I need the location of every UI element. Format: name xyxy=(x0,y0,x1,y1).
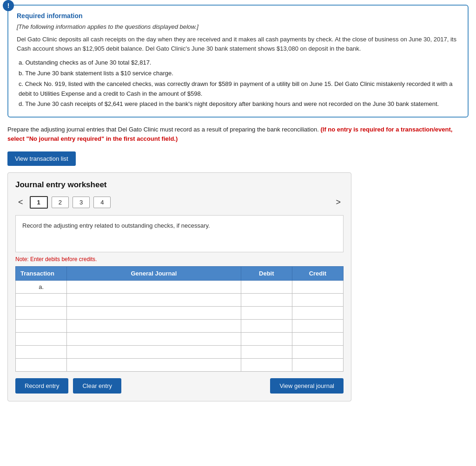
debit-input-1[interactable] xyxy=(241,281,292,293)
info-list: a. Outstanding checks as of June 30 tota… xyxy=(17,58,459,109)
credit-cell[interactable] xyxy=(292,320,343,333)
tabs-row: < 1 2 3 4 > xyxy=(15,196,344,209)
credit-input-1[interactable] xyxy=(292,281,343,293)
credit-cell[interactable] xyxy=(292,294,343,307)
general-journal-cell[interactable] xyxy=(67,281,241,294)
alert-icon: ! xyxy=(3,0,14,11)
info-body: Del Gato Clinic deposits all cash receip… xyxy=(17,35,459,53)
journal-table: Transaction General Journal Debit Credit… xyxy=(15,266,344,372)
credit-input-3[interactable] xyxy=(292,307,343,319)
info-title: Required information xyxy=(17,12,459,20)
credit-cell[interactable] xyxy=(292,281,343,294)
debit-input-3[interactable] xyxy=(241,307,292,319)
view-general-journal-button[interactable]: View general journal xyxy=(270,378,344,394)
general-journal-cell[interactable] xyxy=(67,307,241,320)
debit-input-4[interactable] xyxy=(241,320,292,332)
record-entry-button[interactable]: Record entry xyxy=(15,378,68,394)
next-tab-button[interactable]: > xyxy=(333,197,344,208)
info-subtitle: [The following information applies to th… xyxy=(17,23,459,30)
col-header-debit: Debit xyxy=(241,267,292,281)
debit-input-2[interactable] xyxy=(241,294,292,306)
debit-input-6[interactable] xyxy=(241,346,292,358)
col-header-general-journal: General Journal xyxy=(67,267,241,281)
debit-input-7[interactable] xyxy=(241,359,292,371)
list-item: c. Check No. 919, listed with the cancel… xyxy=(19,79,459,99)
worksheet-container: Journal entry worksheet < 1 2 3 4 > Reco… xyxy=(7,172,351,401)
entry-description: Record the adjusting entry related to ou… xyxy=(15,215,344,252)
tab-4[interactable]: 4 xyxy=(93,197,111,208)
table-row xyxy=(16,346,344,359)
transaction-label-a: a. xyxy=(16,281,67,294)
credit-input-2[interactable] xyxy=(292,294,343,306)
worksheet-title: Journal entry worksheet xyxy=(15,180,344,190)
tab-2[interactable]: 2 xyxy=(52,197,69,208)
general-journal-input-6[interactable] xyxy=(67,346,241,358)
list-item: d. The June 30 cash receipts of $2,641 w… xyxy=(19,99,459,109)
credit-input-4[interactable] xyxy=(292,320,343,332)
general-journal-input-7[interactable] xyxy=(67,359,241,371)
credit-input-5[interactable] xyxy=(292,333,343,345)
debit-cell[interactable] xyxy=(241,346,292,359)
credit-cell[interactable] xyxy=(292,333,343,346)
table-row xyxy=(16,307,344,320)
credit-input-6[interactable] xyxy=(292,346,343,358)
table-row xyxy=(16,294,344,307)
general-journal-input-3[interactable] xyxy=(67,307,241,319)
general-journal-input-4[interactable] xyxy=(67,320,241,332)
table-row xyxy=(16,320,344,333)
tab-1[interactable]: 1 xyxy=(30,196,48,209)
transaction-label-4 xyxy=(16,320,67,333)
list-item: a. Outstanding checks as of June 30 tota… xyxy=(19,58,459,68)
clear-entry-button[interactable]: Clear entry xyxy=(73,378,121,394)
general-journal-cell[interactable] xyxy=(67,359,241,372)
debit-cell[interactable] xyxy=(241,333,292,346)
credit-input-7[interactable] xyxy=(292,359,343,371)
tab-3[interactable]: 3 xyxy=(73,197,90,208)
transaction-label-3 xyxy=(16,307,67,320)
credit-cell[interactable] xyxy=(292,359,343,372)
transaction-label-6 xyxy=(16,346,67,359)
col-header-credit: Credit xyxy=(292,267,343,281)
col-header-transaction: Transaction xyxy=(16,267,67,281)
table-row: a. xyxy=(16,281,344,294)
list-item: b. The June 30 bank statement lists a $1… xyxy=(19,69,459,79)
debit-cell[interactable] xyxy=(241,294,292,307)
prev-tab-button[interactable]: < xyxy=(15,197,26,208)
transaction-label-7 xyxy=(16,359,67,372)
table-row xyxy=(16,333,344,346)
general-journal-cell[interactable] xyxy=(67,320,241,333)
table-row xyxy=(16,359,344,372)
transaction-label-5 xyxy=(16,333,67,346)
instruction-text: Prepare the adjusting journal entries th… xyxy=(7,125,469,143)
general-journal-cell[interactable] xyxy=(67,294,241,307)
transaction-label-2 xyxy=(16,294,67,307)
debit-cell[interactable] xyxy=(241,320,292,333)
general-journal-cell[interactable] xyxy=(67,333,241,346)
general-journal-cell[interactable] xyxy=(67,346,241,359)
debit-cell[interactable] xyxy=(241,281,292,294)
general-journal-input-5[interactable] xyxy=(67,333,241,345)
info-box: ! Required information [The following in… xyxy=(7,5,469,118)
credit-cell[interactable] xyxy=(292,346,343,359)
general-journal-input-2[interactable] xyxy=(67,294,241,306)
note-text: Note: Enter debits before credits. xyxy=(15,256,344,263)
debit-input-5[interactable] xyxy=(241,333,292,345)
debit-cell[interactable] xyxy=(241,359,292,372)
instruction-main: Prepare the adjusting journal entries th… xyxy=(7,126,319,133)
view-transaction-list-button[interactable]: View transaction list xyxy=(7,151,76,166)
debit-cell[interactable] xyxy=(241,307,292,320)
bottom-buttons: Record entry Clear entry View general jo… xyxy=(15,378,344,394)
general-journal-input-1[interactable] xyxy=(67,281,241,293)
credit-cell[interactable] xyxy=(292,307,343,320)
